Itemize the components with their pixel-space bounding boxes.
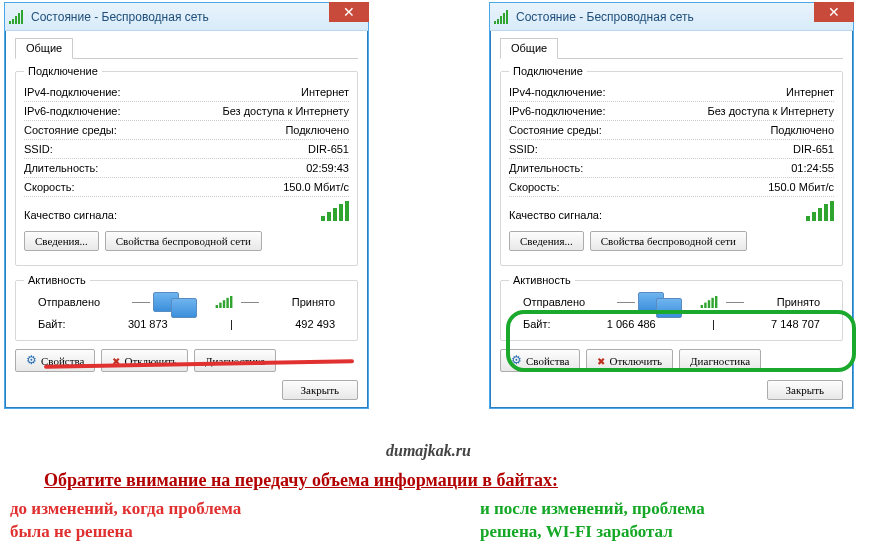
signal-bars-icon: [701, 296, 718, 308]
caption-right: и после изменений, проблемарешена, WI-FI…: [480, 498, 705, 544]
duration-label: Длительность:: [509, 162, 583, 174]
speed-label: Скорость:: [24, 181, 75, 193]
bytes-recv: 492 493: [295, 318, 335, 330]
wireless-props-button[interactable]: Свойства беспроводной сети: [590, 231, 747, 251]
status-window-left: Состояние - Беспроводная сеть ✕ Общие По…: [4, 2, 369, 409]
gear-icon: [26, 353, 37, 368]
caption-left: до изменений, когда проблемабыла не реше…: [10, 498, 241, 544]
recv-label: Принято: [777, 296, 820, 308]
disconnect-button[interactable]: Отключить: [101, 349, 188, 372]
ipv4-label: IPv4-подключение:: [509, 86, 606, 98]
properties-button[interactable]: Свойства: [15, 349, 95, 372]
media-label: Состояние среды:: [509, 124, 602, 136]
signal-icon: [494, 10, 510, 24]
duration-value: 01:24:55: [791, 162, 834, 174]
media-value: Подключено: [285, 124, 349, 136]
watermark: dumajkak.ru: [386, 442, 471, 460]
ssid-label: SSID:: [24, 143, 53, 155]
connection-legend: Подключение: [24, 65, 102, 77]
tabs: Общие: [500, 37, 843, 59]
ipv6-value: Без доступа к Интернету: [707, 105, 834, 117]
connection-group: Подключение IPv4-подключение:Интернет IP…: [500, 65, 843, 266]
signal-bars-icon: [216, 296, 233, 308]
quality-label: Качество сигнала:: [509, 209, 602, 221]
details-button[interactable]: Сведения...: [24, 231, 99, 251]
tabs: Общие: [15, 37, 358, 59]
ipv4-value: Интернет: [786, 86, 834, 98]
close-window-button[interactable]: Закрыть: [282, 380, 358, 400]
tab-general[interactable]: Общие: [500, 38, 558, 59]
activity-legend: Активность: [24, 274, 90, 286]
signal-icon: [9, 10, 25, 24]
bytes-label: Байт:: [38, 318, 66, 330]
speed-value: 150.0 Мбит/с: [768, 181, 834, 193]
ipv6-label: IPv6-подключение:: [24, 105, 121, 117]
ipv4-value: Интернет: [301, 86, 349, 98]
close-icon: ✕: [828, 4, 840, 20]
tab-general[interactable]: Общие: [15, 38, 73, 59]
activity-legend: Активность: [509, 274, 575, 286]
titlebar[interactable]: Состояние - Беспроводная сеть ✕: [490, 3, 853, 31]
close-button[interactable]: ✕: [329, 2, 369, 22]
duration-label: Длительность:: [24, 162, 98, 174]
bytes-sent: 301 873: [128, 318, 168, 330]
ipv4-label: IPv4-подключение:: [24, 86, 121, 98]
sent-label: Отправлено: [523, 296, 585, 308]
wireless-props-button[interactable]: Свойства беспроводной сети: [105, 231, 262, 251]
connection-group: Подключение IPv4-подключение:Интернет IP…: [15, 65, 358, 266]
details-button[interactable]: Сведения...: [509, 231, 584, 251]
connection-legend: Подключение: [509, 65, 587, 77]
activity-group: Активность Отправлено Принято Байт: 301 …: [15, 274, 358, 341]
green-circle-annotation: [506, 310, 856, 372]
close-button[interactable]: ✕: [814, 2, 854, 22]
speed-label: Скорость:: [509, 181, 560, 193]
speed-value: 150.0 Мбит/с: [283, 181, 349, 193]
computers-icon: [638, 292, 692, 312]
ipv6-value: Без доступа к Интернету: [222, 105, 349, 117]
sent-label: Отправлено: [38, 296, 100, 308]
window-title: Состояние - Беспроводная сеть: [31, 10, 209, 24]
recv-label: Принято: [292, 296, 335, 308]
signal-bars-icon: [806, 201, 834, 221]
signal-bars-icon: [321, 201, 349, 221]
ipv6-label: IPv6-подключение:: [509, 105, 606, 117]
media-label: Состояние среды:: [24, 124, 117, 136]
window-title: Состояние - Беспроводная сеть: [516, 10, 694, 24]
titlebar[interactable]: Состояние - Беспроводная сеть ✕: [5, 3, 368, 31]
caption-heading: Обратите внимание на передачу объема инф…: [44, 470, 844, 491]
close-window-button[interactable]: Закрыть: [767, 380, 843, 400]
ssid-label: SSID:: [509, 143, 538, 155]
quality-label: Качество сигнала:: [24, 209, 117, 221]
computers-icon: [153, 292, 207, 312]
duration-value: 02:59:43: [306, 162, 349, 174]
close-icon: ✕: [343, 4, 355, 20]
ssid-value: DIR-651: [308, 143, 349, 155]
media-value: Подключено: [770, 124, 834, 136]
ssid-value: DIR-651: [793, 143, 834, 155]
